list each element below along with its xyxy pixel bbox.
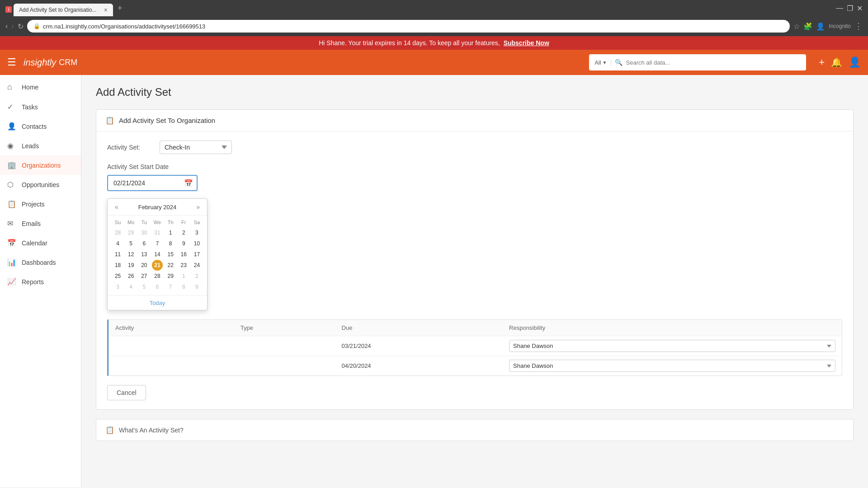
window-maximize-button[interactable]: ❐ <box>847 4 853 13</box>
cal-day-selected[interactable]: 21 <box>151 260 164 271</box>
cal-day[interactable]: 29 <box>164 271 177 282</box>
new-tab-button[interactable]: + <box>115 4 125 13</box>
cal-day[interactable]: 8 <box>177 282 190 292</box>
what-activity-header[interactable]: 📋 What's An Activity Set? <box>96 419 853 441</box>
sidebar-item-organizations[interactable]: 🏢 Organizations <box>0 155 81 175</box>
cal-day[interactable]: 24 <box>190 260 203 271</box>
sidebar-item-calendar[interactable]: 📅 Calendar <box>0 233 81 253</box>
sidebar-item-dashboards[interactable]: 📊 Dashboards <box>0 253 81 272</box>
cal-day[interactable]: 7 <box>151 238 164 249</box>
page-title: Add Activity Set <box>96 86 854 99</box>
calendar-prev-button[interactable]: « <box>112 202 121 211</box>
cal-day[interactable]: 7 <box>164 282 177 292</box>
cal-day[interactable]: 9 <box>177 238 190 249</box>
active-tab[interactable]: Add Activity Set to Organisatio... × <box>14 4 113 16</box>
sidebar-item-leads[interactable]: ◉ Leads <box>0 136 81 155</box>
search-input[interactable] <box>626 59 801 66</box>
dashboards-icon: 📊 <box>7 258 16 267</box>
window-minimize-button[interactable]: — <box>836 4 843 12</box>
cancel-button[interactable]: Cancel <box>107 385 146 400</box>
card-header-icon: 📋 <box>105 116 114 125</box>
cal-day[interactable]: 30 <box>137 227 151 238</box>
cal-day[interactable]: 25 <box>111 271 124 282</box>
cal-day[interactable]: 15 <box>164 249 177 260</box>
cal-day[interactable]: 8 <box>164 238 177 249</box>
header-search-bar[interactable]: All ▼ 🔍 <box>589 54 806 70</box>
responsibility-select-2[interactable]: Shane Dawson <box>509 360 835 372</box>
back-button[interactable]: ‹ <box>5 22 8 30</box>
cal-day[interactable]: 13 <box>137 249 151 260</box>
add-button[interactable]: + <box>819 56 825 68</box>
notifications-button[interactable]: 🔔 <box>831 57 842 68</box>
cal-day[interactable]: 11 <box>111 249 124 260</box>
cal-day[interactable]: 27 <box>137 271 151 282</box>
cal-day[interactable]: 6 <box>137 238 151 249</box>
sidebar-item-opportunities[interactable]: ⬡ Opportunities <box>0 175 81 194</box>
calendar-next-button[interactable]: » <box>193 202 203 211</box>
window-close-button[interactable]: ✕ <box>857 4 863 13</box>
calendar-icon: 📅 <box>7 239 16 247</box>
cal-day[interactable]: 16 <box>177 249 190 260</box>
cal-day[interactable]: 18 <box>111 260 124 271</box>
cal-day[interactable]: 17 <box>190 249 203 260</box>
calendar-weekdays: Su Mo Tu We Th Fr Sa <box>111 218 203 226</box>
cal-day[interactable]: 1 <box>164 227 177 238</box>
cal-day[interactable]: 4 <box>111 238 124 249</box>
cell-due-1: 03/21/2024 <box>335 336 503 356</box>
cal-day[interactable]: 20 <box>137 260 151 271</box>
cal-day[interactable]: 22 <box>164 260 177 271</box>
sidebar-item-contacts[interactable]: 👤 Contacts <box>0 117 81 136</box>
subscribe-link[interactable]: Subscribe Now <box>504 39 549 47</box>
calendar-toggle-icon[interactable]: 📅 <box>184 179 193 188</box>
profile-button[interactable]: 👤 <box>816 22 825 31</box>
cal-day[interactable]: 9 <box>190 282 203 292</box>
cal-day[interactable]: 6 <box>151 282 164 292</box>
sidebar-item-home[interactable]: ⌂ Home <box>0 77 81 97</box>
cal-day[interactable]: 14 <box>151 249 164 260</box>
calendar-header: « February 2024 » <box>108 199 207 216</box>
search-all-button[interactable]: All ▼ <box>594 59 611 66</box>
opportunities-icon: ⬡ <box>7 180 16 189</box>
responsibility-select-1[interactable]: Shane Dawson <box>509 340 835 352</box>
bookmark-button[interactable]: ☆ <box>793 22 800 31</box>
menu-button[interactable]: ⋮ <box>854 21 863 31</box>
cal-day[interactable]: 28 <box>111 227 124 238</box>
address-bar[interactable]: 🔒 crm.na1.insightly.com/Organisations/ad… <box>27 20 790 33</box>
sidebar-item-projects[interactable]: 📋 Projects <box>0 194 81 214</box>
cal-day[interactable]: 3 <box>111 282 124 292</box>
search-dropdown-icon: ▼ <box>603 60 607 65</box>
hamburger-button[interactable]: ☰ <box>7 56 16 68</box>
cal-day[interactable]: 12 <box>124 249 137 260</box>
cal-day[interactable]: 2 <box>177 227 190 238</box>
cal-day[interactable]: 19 <box>124 260 137 271</box>
sidebar-item-emails[interactable]: ✉ Emails <box>0 214 81 233</box>
user-profile-button[interactable]: 👤 <box>849 56 861 68</box>
cal-day[interactable]: 10 <box>190 238 203 249</box>
cal-day[interactable]: 29 <box>124 227 137 238</box>
sidebar-item-reports[interactable]: 📈 Reports <box>0 272 81 291</box>
cal-day[interactable]: 4 <box>124 282 137 292</box>
cal-day[interactable]: 1 <box>177 271 190 282</box>
cal-day[interactable]: 28 <box>151 271 164 282</box>
cal-day[interactable]: 5 <box>124 238 137 249</box>
sidebar-label-opportunities: Opportunities <box>22 181 59 188</box>
today-button[interactable]: Today <box>150 300 165 306</box>
sidebar-label-emails: Emails <box>22 220 41 227</box>
extensions-button[interactable]: 🧩 <box>803 22 812 31</box>
tab-close-button[interactable]: × <box>104 7 108 13</box>
cal-day[interactable]: 31 <box>151 227 164 238</box>
reload-button[interactable]: ↻ <box>18 22 24 31</box>
activity-set-select[interactable]: Check-In Follow-Up Onboarding <box>160 141 232 154</box>
cal-day[interactable]: 23 <box>177 260 190 271</box>
weekday-we: We <box>151 218 164 226</box>
cal-day[interactable]: 3 <box>190 227 203 238</box>
forward-button[interactable]: › <box>11 22 14 30</box>
what-activity-icon: 📋 <box>105 426 114 434</box>
cal-day[interactable]: 5 <box>137 282 151 292</box>
sidebar-label-home: Home <box>22 84 38 91</box>
activity-table: Activity Type Due Responsibility 03/21/2… <box>108 319 842 376</box>
cal-day[interactable]: 26 <box>124 271 137 282</box>
cal-day[interactable]: 2 <box>190 271 203 282</box>
incognito-label: Incognito <box>829 23 851 29</box>
sidebar-item-tasks[interactable]: ✓ Tasks <box>0 97 81 117</box>
